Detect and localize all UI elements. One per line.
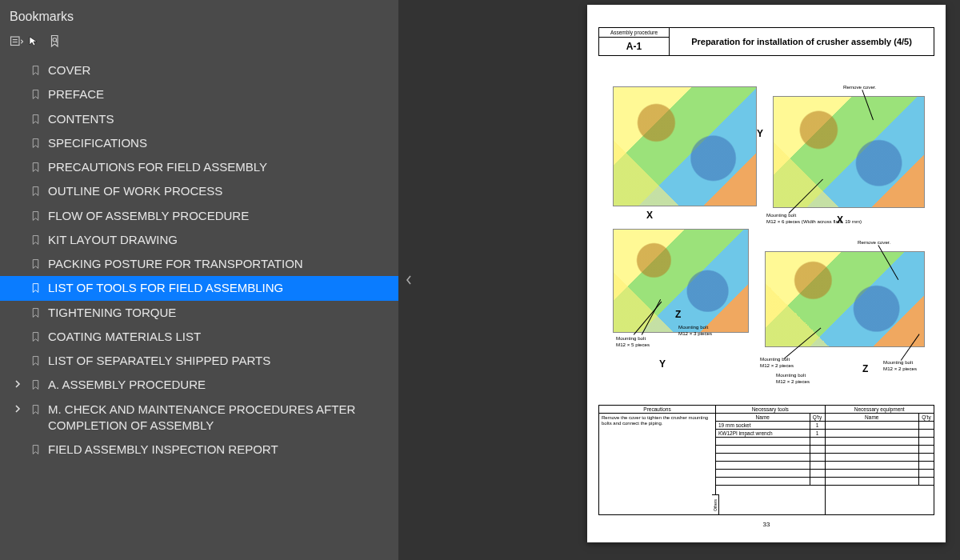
tool-name <box>716 446 810 453</box>
collapse-sidebar-button[interactable] <box>405 273 413 287</box>
others-label: Others <box>712 494 719 515</box>
bookmarks-toolbar <box>0 30 398 57</box>
tools-header: Necessary tools <box>716 406 825 414</box>
tools-col: Necessary tools NameQ'ty 19 mm socket1KW… <box>716 405 826 515</box>
tool-qty <box>810 446 825 453</box>
find-bookmark-icon[interactable] <box>46 33 64 50</box>
tool-name: 19 mm socket <box>716 422 810 429</box>
proc-code: A-1 <box>599 38 669 55</box>
table-row <box>826 470 934 478</box>
table-row <box>826 422 934 430</box>
precautions-header: Precautions <box>599 406 715 414</box>
equip-name <box>826 430 920 437</box>
table-row <box>826 454 934 462</box>
bookmark-ribbon-icon <box>29 442 42 457</box>
tool-qty <box>810 462 825 469</box>
bookmark-ribbon-icon <box>29 354 42 368</box>
label-remove-cover-2: Remove cover. <box>858 240 890 246</box>
table-row: 19 mm socket1 <box>716 422 825 430</box>
axis-z2: Z <box>862 363 868 374</box>
chevron-right-icon[interactable] <box>13 402 22 416</box>
bookmark-item[interactable]: LIST OF TOOLS FOR FIELD ASSEMBLING <box>0 276 398 300</box>
bookmark-item[interactable]: COVER <box>0 58 398 82</box>
bookmark-item[interactable]: M. CHECK AND MAINTENANCE PROCEDURES AFTE… <box>0 398 398 438</box>
bookmark-item[interactable]: FIELD ASSEMBLY INSPECTION REPORT <box>0 438 398 462</box>
equip-qty-hdr: Q'ty <box>919 414 934 421</box>
table-row <box>716 470 825 478</box>
label-mb-y: Mounting bolt <box>616 336 646 342</box>
chevron-right-icon[interactable] <box>13 377 22 391</box>
bookmark-ribbon-icon <box>29 378 42 392</box>
expand-spacer <box>13 305 22 319</box>
bookmark-item[interactable]: SPECIFICATIONS <box>0 131 398 155</box>
label-mb-z3-det: M12 × 2 pieces <box>776 379 810 385</box>
bookmarks-title: Bookmarks <box>10 10 74 24</box>
table-row <box>826 430 934 438</box>
equip-name <box>826 422 920 429</box>
list-options-icon[interactable] <box>8 33 26 50</box>
bookmark-ribbon-icon <box>29 87 42 102</box>
bookmark-label: KIT LAYOUT DRAWING <box>48 232 390 248</box>
bookmark-ribbon-icon <box>29 281 42 295</box>
tool-qty: 1 <box>810 422 825 429</box>
bookmark-item[interactable]: TIGHTENING TORQUE <box>0 301 398 325</box>
equip-qty <box>919 422 934 429</box>
bookmark-item[interactable]: PREFACE <box>0 82 398 106</box>
bookmark-label: A. ASSEMBLY PROCEDURE <box>48 377 390 393</box>
bookmark-label: PRECAUTIONS FOR FIELD ASSEMBLY <box>48 159 390 175</box>
axis-y2: Y <box>659 358 666 370</box>
tool-name <box>716 470 810 477</box>
table-row <box>716 454 825 462</box>
bookmarks-panel: Bookmarks COVERPREFACECONTENTSSPECIFICAT… <box>0 0 398 560</box>
label-mb-z4: Mounting bolt <box>883 360 913 366</box>
equip-qty <box>919 478 934 485</box>
label-remove-cover-1: Remove cover. <box>843 85 876 90</box>
expand-spacer <box>13 329 22 343</box>
bookmark-ribbon-icon <box>29 184 42 198</box>
bookmark-label: COATING MATERIALS LIST <box>48 329 390 345</box>
tools-qty-hdr: Q'ty <box>810 414 825 421</box>
bookmark-item[interactable]: OUTLINE OF WORK PROCESS <box>0 179 398 203</box>
bookmark-label: TIGHTENING TORQUE <box>48 305 390 321</box>
bookmark-item[interactable]: A. ASSEMBLY PROCEDURE <box>0 373 398 397</box>
svg-rect-2 <box>13 42 18 42</box>
diagram-area: X Y X Y Z Z Remove cover. Remove cover. … <box>598 72 934 392</box>
bookmark-label: LIST OF TOOLS FOR FIELD ASSEMBLING <box>48 280 390 296</box>
equip-name <box>826 470 920 477</box>
label-mb-z3: Mounting bolt <box>776 373 806 378</box>
page-title: Preparation for installation of crusher … <box>670 28 934 55</box>
table-row <box>826 478 934 486</box>
tool-qty <box>810 454 825 461</box>
equip-qty <box>919 438 934 445</box>
bookmark-item[interactable]: PACKING POSTURE FOR TRANSPORTATION <box>0 252 398 276</box>
expand-spacer <box>13 256 22 270</box>
bookmark-label: M. CHECK AND MAINTENANCE PROCEDURES AFTE… <box>48 402 390 434</box>
bookmark-item[interactable]: KIT LAYOUT DRAWING <box>0 228 398 252</box>
table-row <box>826 462 934 470</box>
label-mb-x-det: M12 × 6 pieces (Width across flats: 19 m… <box>766 219 862 225</box>
tool-qty <box>810 470 825 477</box>
equip-name <box>826 438 920 445</box>
bookmark-ribbon-icon <box>29 306 42 320</box>
bookmark-item[interactable]: LIST OF SEPARATELY SHIPPED PARTS <box>0 349 398 373</box>
bookmark-item[interactable]: CONTENTS <box>0 107 398 131</box>
proc-label: Assembly procedure <box>599 28 669 38</box>
bookmark-item[interactable]: COATING MATERIALS LIST <box>0 325 398 349</box>
label-mb-z4-det: M12 × 2 pieces <box>883 366 917 372</box>
label-mb-x: Mounting bolt <box>766 213 796 218</box>
document-viewer[interactable]: Assembly procedure A-1 Preparation for i… <box>419 0 960 560</box>
pane-gutter <box>398 0 419 560</box>
equip-qty <box>919 454 934 461</box>
bookmark-ribbon-icon <box>29 112 42 126</box>
expand-spacer <box>13 353 22 367</box>
equip-qty <box>919 430 934 437</box>
table-row <box>826 446 934 454</box>
tool-qty <box>810 478 825 485</box>
svg-rect-1 <box>13 39 18 40</box>
equip-qty <box>919 470 934 477</box>
bookmark-item[interactable]: FLOW OF ASSEMBLY PROCEDURE <box>0 204 398 228</box>
bookmark-item[interactable]: PRECAUTIONS FOR FIELD ASSEMBLY <box>0 155 398 179</box>
bookmark-label: COVER <box>48 62 390 78</box>
tool-name <box>716 454 810 461</box>
page-number: 33 <box>587 521 946 528</box>
